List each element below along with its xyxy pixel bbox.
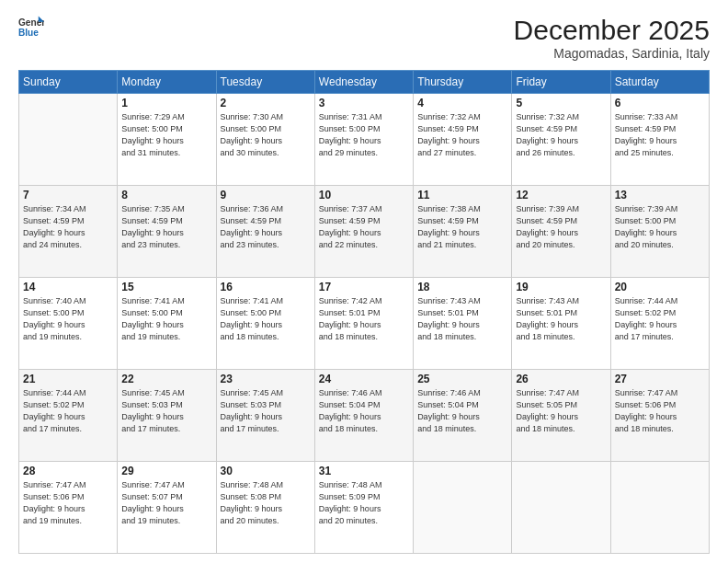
day-info: Sunrise: 7:47 AMSunset: 5:06 PMDaylight:… [615, 387, 705, 435]
calendar-cell: 26Sunrise: 7:47 AMSunset: 5:05 PMDayligh… [512, 370, 610, 462]
day-number: 30 [221, 465, 311, 477]
weekday-header-friday: Friday [512, 71, 610, 94]
day-number: 7 [23, 189, 113, 201]
calendar-cell: 27Sunrise: 7:47 AMSunset: 5:06 PMDayligh… [610, 370, 709, 462]
day-info: Sunrise: 7:46 AMSunset: 5:04 PMDaylight:… [417, 387, 507, 435]
day-info: Sunrise: 7:45 AMSunset: 5:03 PMDaylight:… [121, 387, 211, 435]
calendar-cell: 19Sunrise: 7:43 AMSunset: 5:01 PMDayligh… [512, 278, 610, 370]
calendar-cell: 6Sunrise: 7:33 AMSunset: 4:59 PMDaylight… [610, 94, 709, 186]
day-info: Sunrise: 7:44 AMSunset: 5:02 PMDaylight:… [23, 387, 113, 435]
day-number: 3 [319, 97, 409, 109]
day-info: Sunrise: 7:41 AMSunset: 5:00 PMDaylight:… [121, 295, 211, 343]
day-info: Sunrise: 7:47 AMSunset: 5:06 PMDaylight:… [23, 479, 113, 527]
day-number: 15 [121, 281, 211, 293]
day-info: Sunrise: 7:38 AMSunset: 4:59 PMDaylight:… [417, 203, 507, 251]
calendar-cell: 31Sunrise: 7:48 AMSunset: 5:09 PMDayligh… [314, 462, 413, 554]
page: General Blue December 2025 Magomadas, Sa… [0, 0, 728, 563]
day-info: Sunrise: 7:32 AMSunset: 4:59 PMDaylight:… [417, 111, 507, 159]
day-info: Sunrise: 7:30 AMSunset: 5:00 PMDaylight:… [221, 111, 311, 159]
svg-text:Blue: Blue [18, 28, 39, 38]
day-info: Sunrise: 7:45 AMSunset: 5:03 PMDaylight:… [221, 387, 311, 435]
day-number: 14 [23, 281, 113, 293]
day-number: 5 [516, 97, 606, 109]
calendar-cell: 30Sunrise: 7:48 AMSunset: 5:08 PMDayligh… [216, 462, 314, 554]
calendar-cell: 12Sunrise: 7:39 AMSunset: 4:59 PMDayligh… [512, 186, 610, 278]
calendar-cell: 5Sunrise: 7:32 AMSunset: 4:59 PMDaylight… [512, 94, 610, 186]
calendar-week-5: 28Sunrise: 7:47 AMSunset: 5:06 PMDayligh… [19, 462, 710, 554]
day-number: 6 [615, 97, 705, 109]
day-info: Sunrise: 7:34 AMSunset: 4:59 PMDaylight:… [23, 203, 113, 251]
day-info: Sunrise: 7:32 AMSunset: 4:59 PMDaylight:… [516, 111, 606, 159]
calendar-cell: 16Sunrise: 7:41 AMSunset: 5:00 PMDayligh… [216, 278, 314, 370]
day-number: 12 [516, 189, 606, 201]
calendar-cell: 29Sunrise: 7:47 AMSunset: 5:07 PMDayligh… [118, 462, 216, 554]
day-info: Sunrise: 7:35 AMSunset: 4:59 PMDaylight:… [121, 203, 211, 251]
weekday-header-row: SundayMondayTuesdayWednesdayThursdayFrid… [19, 71, 710, 94]
calendar-cell: 14Sunrise: 7:40 AMSunset: 5:00 PMDayligh… [19, 278, 118, 370]
day-info: Sunrise: 7:33 AMSunset: 4:59 PMDaylight:… [615, 111, 705, 159]
day-number: 24 [319, 373, 409, 385]
calendar-cell: 21Sunrise: 7:44 AMSunset: 5:02 PMDayligh… [19, 370, 118, 462]
day-info: Sunrise: 7:40 AMSunset: 5:00 PMDaylight:… [23, 295, 113, 343]
day-info: Sunrise: 7:37 AMSunset: 4:59 PMDaylight:… [319, 203, 409, 251]
day-number: 25 [417, 373, 507, 385]
day-number: 17 [319, 281, 409, 293]
calendar-cell [414, 462, 512, 554]
calendar-cell [19, 94, 118, 186]
calendar-cell: 13Sunrise: 7:39 AMSunset: 5:00 PMDayligh… [610, 186, 709, 278]
day-number: 11 [417, 189, 507, 201]
day-info: Sunrise: 7:44 AMSunset: 5:02 PMDaylight:… [615, 295, 705, 343]
day-info: Sunrise: 7:43 AMSunset: 5:01 PMDaylight:… [417, 295, 507, 343]
day-info: Sunrise: 7:47 AMSunset: 5:05 PMDaylight:… [516, 387, 606, 435]
calendar-cell: 7Sunrise: 7:34 AMSunset: 4:59 PMDaylight… [19, 186, 118, 278]
day-number: 2 [221, 97, 311, 109]
day-info: Sunrise: 7:47 AMSunset: 5:07 PMDaylight:… [121, 479, 211, 527]
day-number: 28 [23, 465, 113, 477]
day-number: 23 [221, 373, 311, 385]
day-number: 4 [417, 97, 507, 109]
calendar-cell: 2Sunrise: 7:30 AMSunset: 5:00 PMDaylight… [216, 94, 314, 186]
weekday-header-thursday: Thursday [414, 71, 512, 94]
weekday-header-sunday: Sunday [19, 71, 118, 94]
day-number: 22 [121, 373, 211, 385]
day-number: 1 [121, 97, 211, 109]
weekday-header-wednesday: Wednesday [314, 71, 413, 94]
day-info: Sunrise: 7:39 AMSunset: 5:00 PMDaylight:… [615, 203, 705, 251]
logo: General Blue [18, 15, 44, 40]
calendar-week-4: 21Sunrise: 7:44 AMSunset: 5:02 PMDayligh… [19, 370, 710, 462]
calendar-cell: 10Sunrise: 7:37 AMSunset: 4:59 PMDayligh… [314, 186, 413, 278]
day-info: Sunrise: 7:41 AMSunset: 5:00 PMDaylight:… [221, 295, 311, 343]
day-number: 8 [121, 189, 211, 201]
calendar-cell: 8Sunrise: 7:35 AMSunset: 4:59 PMDaylight… [118, 186, 216, 278]
day-number: 21 [23, 373, 113, 385]
calendar-cell: 15Sunrise: 7:41 AMSunset: 5:00 PMDayligh… [118, 278, 216, 370]
calendar-cell [512, 462, 610, 554]
day-number: 29 [121, 465, 211, 477]
calendar-cell [610, 462, 709, 554]
day-number: 13 [615, 189, 705, 201]
day-number: 9 [221, 189, 311, 201]
weekday-header-saturday: Saturday [610, 71, 709, 94]
day-number: 26 [516, 373, 606, 385]
calendar-cell: 18Sunrise: 7:43 AMSunset: 5:01 PMDayligh… [414, 278, 512, 370]
title-area: December 2025 Magomadas, Sardinia, Italy [514, 15, 710, 61]
day-info: Sunrise: 7:39 AMSunset: 4:59 PMDaylight:… [516, 203, 606, 251]
calendar-cell: 28Sunrise: 7:47 AMSunset: 5:06 PMDayligh… [19, 462, 118, 554]
calendar-table: SundayMondayTuesdayWednesdayThursdayFrid… [18, 70, 710, 554]
day-number: 16 [221, 281, 311, 293]
calendar-cell: 11Sunrise: 7:38 AMSunset: 4:59 PMDayligh… [414, 186, 512, 278]
calendar-cell: 9Sunrise: 7:36 AMSunset: 4:59 PMDaylight… [216, 186, 314, 278]
day-number: 10 [319, 189, 409, 201]
day-number: 18 [417, 281, 507, 293]
day-number: 19 [516, 281, 606, 293]
calendar-cell: 4Sunrise: 7:32 AMSunset: 4:59 PMDaylight… [414, 94, 512, 186]
weekday-header-tuesday: Tuesday [216, 71, 314, 94]
calendar-cell: 25Sunrise: 7:46 AMSunset: 5:04 PMDayligh… [414, 370, 512, 462]
header: General Blue December 2025 Magomadas, Sa… [18, 15, 710, 61]
day-info: Sunrise: 7:43 AMSunset: 5:01 PMDaylight:… [516, 295, 606, 343]
logo-icon: General Blue [18, 15, 44, 40]
location: Magomadas, Sardinia, Italy [514, 46, 710, 61]
calendar-week-3: 14Sunrise: 7:40 AMSunset: 5:00 PMDayligh… [19, 278, 710, 370]
day-number: 20 [615, 281, 705, 293]
day-info: Sunrise: 7:31 AMSunset: 5:00 PMDaylight:… [319, 111, 409, 159]
